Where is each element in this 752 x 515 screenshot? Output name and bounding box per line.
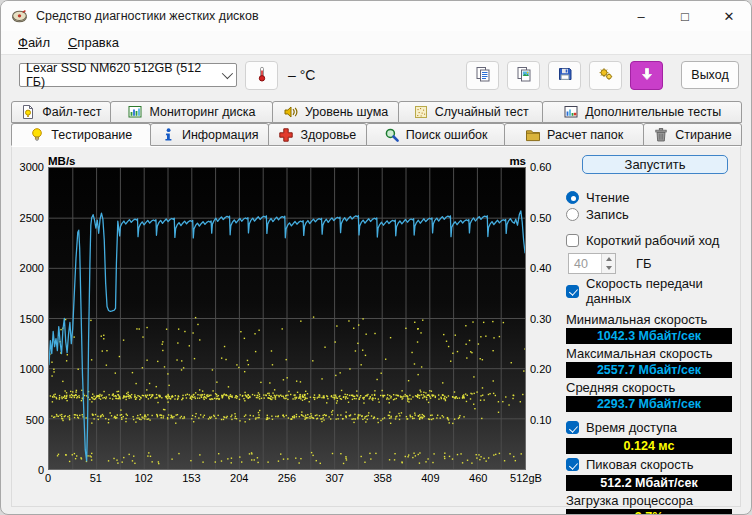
x-axis-tick: 51: [90, 472, 102, 484]
checkbox-unchecked-icon: [566, 234, 579, 247]
drive-selector[interactable]: Lexar SSD NM620 512GB (512 ГБ): [19, 63, 237, 87]
left-axis-tick: 0: [38, 464, 44, 476]
x-axis-tick: 0: [45, 472, 51, 484]
benchmark-icon: [29, 127, 45, 143]
options-button[interactable]: [589, 61, 622, 90]
right-axis-tick: 0.50: [530, 212, 551, 224]
tab-информация[interactable]: Информация: [150, 123, 269, 146]
tab-тестирование[interactable]: Тестирование: [11, 123, 151, 146]
exit-button[interactable]: Выход: [681, 61, 739, 89]
benchmark-plot: [48, 167, 526, 470]
menu-item-help[interactable]: Справка: [59, 33, 128, 52]
radio-unselected-icon: [566, 208, 579, 221]
tab-дополнительные-тесты[interactable]: Дополнительные тесты: [542, 101, 742, 123]
short-stroke-unit-label: ГБ: [636, 256, 652, 271]
copy-text-icon: [475, 66, 491, 85]
left-axis-tick: 2500: [20, 212, 44, 224]
save-button[interactable]: [548, 61, 581, 90]
transfer-rate-label: Скорость передачи данных: [586, 276, 732, 306]
copy-text-button[interactable]: [466, 61, 499, 90]
short-stroke-size-value: 40: [569, 254, 601, 273]
tab-уровень-шума[interactable]: Уровень шума: [272, 101, 399, 123]
spin-down-button[interactable]: [602, 264, 615, 274]
tab-control: Файл-тестМониторинг дискаУровень шумаСлу…: [1, 95, 751, 146]
short-stroke-checkbox[interactable]: Короткий рабочий ход: [566, 233, 732, 248]
tab-расчет-папок[interactable]: Расчет папок: [504, 123, 644, 146]
left-axis-title: MB/s: [48, 155, 75, 167]
temperature-button[interactable]: [245, 61, 278, 90]
maximize-button[interactable]: □: [663, 1, 707, 31]
checkbox-checked-icon: [566, 421, 579, 434]
tab-label: Здоровье: [300, 128, 356, 142]
file-test-icon: [20, 104, 36, 120]
read-radio-label: Чтение: [586, 190, 629, 205]
right-axis-ticks: 0.600.500.400.300.200.10: [526, 167, 560, 470]
x-axis-tick: 307: [326, 472, 344, 484]
random-test-icon: [413, 104, 429, 120]
transfer-rate-checkbox[interactable]: Скорость передачи данных: [566, 282, 732, 300]
tab-файл-тест[interactable]: Файл-тест: [11, 101, 111, 123]
menu-item-file[interactable]: Файл: [9, 33, 59, 52]
tab-label: Тестирование: [51, 128, 132, 142]
noise-level-icon: [283, 104, 299, 120]
x-axis-tick: 409: [421, 472, 439, 484]
minimize-button[interactable]: –: [619, 1, 663, 31]
save-icon: [557, 66, 573, 85]
right-axis-tick: 0.60: [530, 161, 551, 173]
x-axis-tick: 460: [469, 472, 487, 484]
short-stroke-size-input[interactable]: 40: [568, 253, 616, 274]
access-time-checkbox[interactable]: Время доступа: [566, 420, 732, 435]
left-axis-tick: 1000: [20, 363, 44, 375]
tab-label: Мониторинг диска: [149, 105, 255, 119]
thermometer-icon: [254, 66, 270, 85]
read-radio[interactable]: Чтение: [566, 190, 732, 205]
min-speed-label: Минимальная скорость: [566, 312, 732, 327]
window-title: Средство диагностики жестких дисков: [36, 9, 619, 23]
max-speed-value: 2557.7 Мбайт/сек: [566, 362, 732, 378]
copy-image-icon: [516, 66, 532, 85]
toolbar: Lexar SSD NM620 512GB (512 ГБ) – °C Выхо…: [1, 55, 751, 95]
x-axis-tick: 204: [230, 472, 248, 484]
left-axis-ticks: 300025002000150010005000: [12, 167, 48, 470]
tab-мониторинг-диска[interactable]: Мониторинг диска: [110, 101, 273, 123]
disk-monitor-icon: [127, 104, 143, 120]
x-axis-tick: 102: [134, 472, 152, 484]
temperature-value: – °C: [288, 67, 315, 83]
left-axis-tick: 3000: [20, 161, 44, 173]
tab-label: Расчет папок: [547, 128, 623, 142]
benchmark-controls-panel: Запустить Чтение Запись Короткий рабочий…: [560, 152, 734, 502]
download-button[interactable]: [630, 61, 663, 90]
drive-selector-value: Lexar SSD NM620 512GB (512 ГБ): [26, 61, 222, 89]
menu-bar: ФайлСправка: [1, 31, 751, 55]
spin-up-button[interactable]: [602, 254, 615, 264]
erase-icon: [653, 127, 669, 143]
x-axis-tick: 153: [182, 472, 200, 484]
tab-случайный-тест[interactable]: Случайный тест: [398, 101, 543, 123]
burst-rate-checkbox[interactable]: Пиковая скорость: [566, 457, 732, 472]
x-axis-ticks: 051102153204256307358409460512gB: [48, 470, 526, 486]
avg-speed-value: 2293.7 Мбайт/сек: [566, 396, 732, 412]
right-axis-tick: 0.10: [530, 414, 551, 426]
start-button[interactable]: Запустить: [582, 155, 728, 174]
tab-стирание[interactable]: Стирание: [643, 123, 742, 146]
health-icon: [278, 127, 294, 143]
tab-label: Файл-тест: [42, 105, 101, 119]
benchmark-chart-canvas: [49, 168, 525, 469]
extra-tests-icon: [563, 104, 579, 120]
gear-icon: [598, 66, 614, 85]
close-button[interactable]: ✕: [707, 1, 751, 31]
x-axis-tick: 512gB: [510, 472, 542, 484]
write-radio[interactable]: Запись: [566, 207, 732, 222]
right-axis-tick: 0.40: [530, 262, 551, 274]
copy-image-button[interactable]: [507, 61, 540, 90]
chevron-down-icon: [222, 68, 233, 79]
cpu-usage-label: Загрузка процессора: [566, 493, 732, 508]
access-time-label: Время доступа: [586, 420, 677, 435]
benchmark-chart-zone: MB/s ms 300025002000150010005000 0.600.5…: [12, 152, 560, 502]
tab-label: Поиск ошибок: [406, 128, 488, 142]
tab-здоровье[interactable]: Здоровье: [268, 123, 367, 146]
info-icon: [160, 127, 176, 143]
tab-поиск-ошибок[interactable]: Поиск ошибок: [366, 123, 506, 146]
burst-rate-value: 512.2 Мбайт/сек: [566, 475, 732, 491]
burst-rate-label: Пиковая скорость: [586, 457, 694, 472]
